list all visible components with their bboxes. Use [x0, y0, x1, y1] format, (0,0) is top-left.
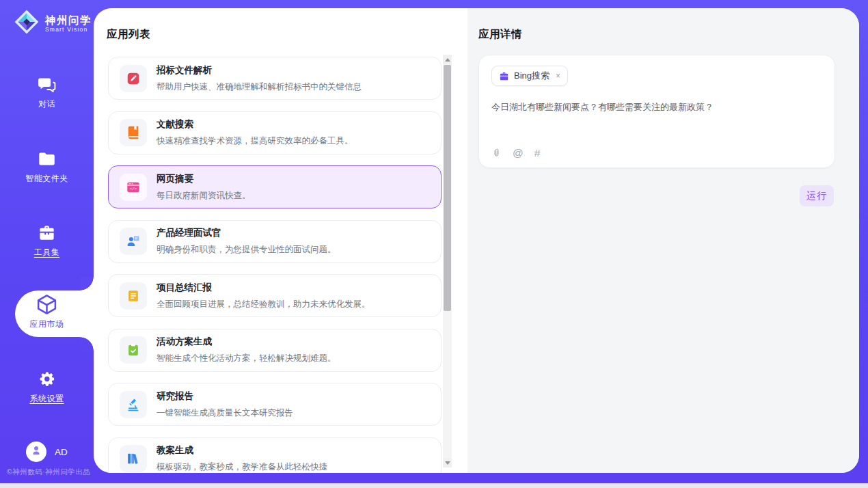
app-desc: 帮助用户快速、准确地理解和解析招标书中的关键信息	[157, 81, 362, 93]
app-card-3[interactable]: 产品经理面试官明确身份和职责，为您提供专业性的面试问题。	[108, 220, 442, 263]
sidebar-item-label: 应用市场	[30, 318, 64, 330]
app-card-text: 教案生成模板驱动，教案秒成，教学准备从此轻松快捷	[157, 444, 327, 473]
app-card-text: 网页摘要每日政府新闻资讯快查。	[157, 173, 251, 202]
app-desc: 智能生成个性化活动方案，轻松解决规划难题。	[157, 353, 336, 364]
user-initials: AD	[55, 447, 68, 457]
app-name: 研究报告	[157, 390, 293, 403]
app-detail-panel: 应用详情 Bing搜索 × 今日湖北有哪些新闻要点？有哪些需要关注的最新政策？ …	[467, 8, 859, 473]
sidebar-item-label: 工具集	[34, 247, 60, 258]
toolbox-icon	[38, 223, 56, 242]
prompt-input[interactable]: 今日湖北有哪些新闻要点？有哪些需要关注的最新政策？	[491, 100, 822, 113]
microscope-icon	[126, 397, 141, 412]
app-icon-badge	[120, 391, 147, 418]
app-desc: 快速精准查找学术资源，提高研究效率的必备工具。	[157, 135, 353, 147]
avatar	[26, 442, 46, 462]
app-icon-badge	[120, 445, 147, 472]
app-name: 招标文件解析	[157, 64, 362, 77]
sidebar-item-0[interactable]: 对话	[0, 75, 94, 110]
app-card-5[interactable]: 活动方案生成智能生成个性化活动方案，轻松解决规划难题。	[108, 329, 442, 372]
app-card-text: 研究报告一键智能生成高质量长文本研究报告	[157, 390, 293, 419]
doc-edit-icon	[126, 71, 141, 86]
folder-icon	[38, 150, 56, 168]
scrollbar-up-button[interactable]	[443, 55, 452, 64]
app-list-title: 应用列表	[107, 27, 150, 42]
app-name: 项目总结汇报	[157, 282, 370, 294]
user-account[interactable]: AD	[26, 442, 68, 462]
sidebar-item-label: 智能文件夹	[25, 173, 68, 185]
tool-chip-label: Bing搜索	[514, 70, 550, 82]
clipboard-check-icon	[126, 342, 141, 357]
app-name: 产品经理面试官	[157, 227, 336, 239]
app-card-7[interactable]: 教案生成模板驱动，教案秒成，教学准备从此轻松快捷	[108, 437, 442, 474]
sidebar-item-label: 对话	[38, 98, 55, 110]
sidebar-item-1[interactable]: 智能文件夹	[0, 150, 94, 185]
app-desc: 明确身份和职责，为您提供专业性的面试问题。	[157, 244, 336, 256]
attachment-toolbar: @#	[491, 147, 540, 159]
notes-icon	[126, 288, 141, 303]
app-card-4[interactable]: 项目总结汇报全面回顾项目进展，总结经验教训，助力未来优化发展。	[108, 274, 442, 317]
app-card-2[interactable]: </>网页摘要每日政府新闻资讯快查。	[108, 165, 442, 208]
app-desc: 一键智能生成高质量长文本研究报告	[157, 407, 293, 419]
scrollbar-thumb[interactable]	[444, 65, 451, 311]
books-icon	[126, 451, 141, 466]
app-window: 神州问学 Smart Vision 对话智能文件夹工具集应用市场系统设置 AD …	[0, 0, 868, 488]
scrollbar-down-button[interactable]	[443, 458, 452, 467]
sidebar-item-4[interactable]: 系统设置	[0, 370, 94, 405]
briefcase-icon	[499, 71, 509, 81]
app-name: 活动方案生成	[157, 336, 336, 348]
app-desc: 全面回顾项目进展，总结经验教训，助力未来优化发展。	[157, 299, 370, 310]
gear-icon	[38, 370, 56, 388]
app-icon-badge	[120, 282, 147, 310]
user-icon	[30, 444, 42, 459]
sidebar-item-3[interactable]: 应用市场	[0, 293, 94, 330]
app-card-text: 活动方案生成智能生成个性化活动方案，轻松解决规划难题。	[157, 336, 336, 364]
browser-icon: </>	[126, 180, 141, 195]
app-desc: 每日政府新闻资讯快查。	[157, 190, 251, 202]
app-icon-badge: </>	[120, 174, 147, 201]
scroll-down-icon	[445, 461, 450, 465]
paperclip-icon[interactable]	[491, 147, 502, 159]
scrollbar[interactable]	[443, 55, 452, 467]
app-card-text: 项目总结汇报全面回顾项目进展，总结经验教训，助力未来优化发展。	[157, 282, 370, 310]
app-name: 文献搜索	[157, 118, 353, 131]
run-button[interactable]: 运行	[800, 185, 834, 206]
app-list: 招标文件解析帮助用户快速、准确地理解和解析招标书中的关键信息文献搜索快速精准查找…	[108, 57, 442, 473]
svg-text:</>: </>	[130, 187, 137, 191]
at-icon[interactable]: @	[513, 147, 524, 159]
sidebar-nav: 对话智能文件夹工具集应用市场系统设置	[0, 0, 94, 488]
app-card-text: 招标文件解析帮助用户快速、准确地理解和解析招标书中的关键信息	[157, 64, 362, 93]
tool-chip-bing-search[interactable]: Bing搜索 ×	[491, 66, 568, 86]
book-icon	[126, 125, 141, 140]
main-content: 应用列表 招标文件解析帮助用户快速、准确地理解和解析招标书中的关键信息文献搜索快…	[94, 8, 859, 473]
sidebar-item-label: 系统设置	[30, 393, 64, 405]
app-card-1[interactable]: 文献搜索快速精准查找学术资源，提高研究效率的必备工具。	[108, 111, 442, 154]
scroll-up-icon	[445, 58, 450, 62]
app-detail-title: 应用详情	[478, 27, 522, 42]
app-icon-badge	[120, 119, 147, 146]
app-icon-badge	[120, 228, 147, 255]
app-name: 网页摘要	[157, 173, 251, 185]
app-name: 教案生成	[157, 444, 327, 457]
app-card-text: 产品经理面试官明确身份和职责，为您提供专业性的面试问题。	[157, 227, 336, 256]
interview-icon	[126, 234, 141, 249]
app-card-6[interactable]: 研究报告一键智能生成高质量长文本研究报告	[108, 383, 442, 426]
sidebar-item-2[interactable]: 工具集	[0, 223, 94, 258]
app-icon-badge	[120, 336, 147, 364]
app-card-0[interactable]: 招标文件解析帮助用户快速、准确地理解和解析招标书中的关键信息	[108, 57, 442, 100]
hash-icon[interactable]: #	[534, 147, 541, 159]
chat-icon	[38, 75, 56, 94]
chip-remove-icon[interactable]: ×	[556, 71, 560, 81]
cube-icon	[36, 293, 58, 316]
app-desc: 模板驱动，教案秒成，教学准备从此轻松快捷	[157, 461, 327, 473]
app-icon-badge	[120, 65, 147, 92]
prompt-card: Bing搜索 × 今日湖北有哪些新闻要点？有哪些需要关注的最新政策？ @#	[478, 55, 835, 168]
app-card-text: 文献搜索快速精准查找学术资源，提高研究效率的必备工具。	[157, 118, 353, 147]
copyright-footer: ©神州数码·神州问学出品	[7, 467, 90, 477]
